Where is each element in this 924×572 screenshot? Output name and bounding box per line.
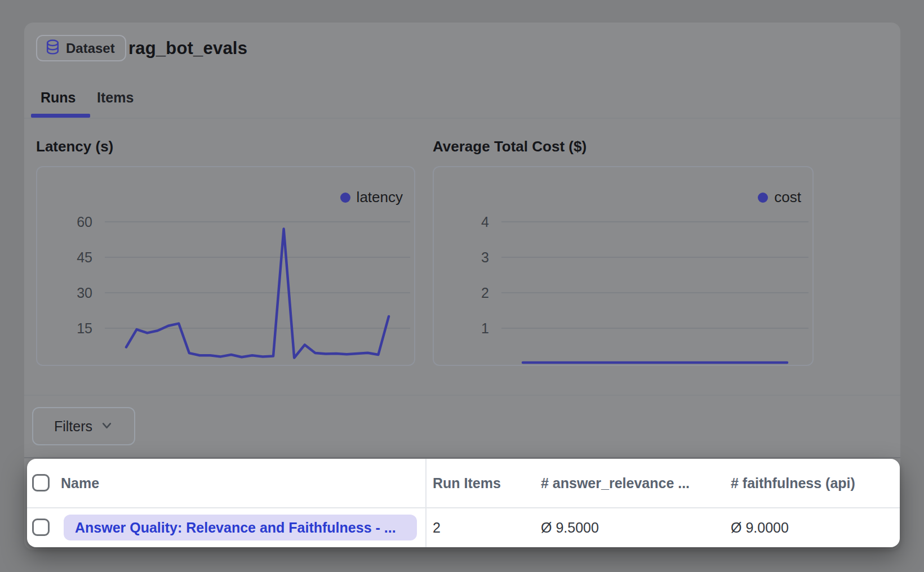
filters-button-label: Filters [54,418,92,435]
column-header-run-items: Run Items [433,459,501,507]
select-all-checkbox[interactable] [32,474,50,491]
table-row: Answer Quality: Relevance and Faithfulne… [27,508,900,547]
cost-legend-dot-icon [758,193,768,203]
svg-text:60: 60 [77,214,92,230]
cost-legend-label: cost [774,189,801,206]
latency-chart-title: Latency (s) [36,138,113,155]
cost-chart: 1234 cost [433,166,814,366]
table-header-row: Name Run Items # answer_relevance ... # … [27,459,900,507]
charts-section-divider [24,395,900,396]
run-name-link[interactable]: Answer Quality: Relevance and Faithfulne… [64,515,417,540]
row-checkbox[interactable] [32,519,50,536]
column-header-name: Name [61,459,99,507]
tabs-divider [24,118,900,119]
latency-legend-label: latency [357,189,403,206]
dataset-panel: Dataset rag_bot_evals Runs Items Latency… [24,23,900,550]
dataset-badge-label: Dataset [66,41,115,56]
cost-legend: cost [758,189,801,206]
latency-legend-dot-icon [340,193,350,203]
latency-chart: 15304560 latency [36,166,415,366]
svg-text:4: 4 [481,214,489,230]
svg-text:45: 45 [77,249,92,265]
page-background: Dataset rag_bot_evals Runs Items Latency… [0,0,924,572]
active-tab-underline [31,114,90,118]
column-header-answer-relevance: # answer_relevance ... [541,459,690,507]
cost-chart-plot: 1234 [434,167,812,365]
column-header-faithfulness: # faithfulness (api) [731,459,855,507]
tab-runs[interactable]: Runs [41,89,76,106]
dataset-badge: Dataset [36,35,126,61]
page-title: rag_bot_evals [128,35,247,61]
tab-items[interactable]: Items [97,89,134,106]
svg-text:3: 3 [481,249,489,265]
svg-text:30: 30 [77,285,92,301]
svg-text:2: 2 [481,285,489,301]
svg-text:15: 15 [77,320,92,336]
chevron-down-icon [100,419,113,434]
cost-chart-title: Average Total Cost ($) [433,138,587,155]
answer-relevance-value: Ø 9.5000 [541,508,599,547]
run-items-value: 2 [433,508,441,547]
filters-button[interactable]: Filters [32,407,135,445]
latency-legend: latency [340,189,403,206]
faithfulness-value: Ø 9.0000 [731,508,789,547]
runs-table: Name Run Items # answer_relevance ... # … [27,459,900,547]
table-top-divider [24,457,900,458]
database-icon [45,39,60,58]
svg-text:1: 1 [481,320,489,336]
run-name-label: Answer Quality: Relevance and Faithfulne… [75,520,396,536]
